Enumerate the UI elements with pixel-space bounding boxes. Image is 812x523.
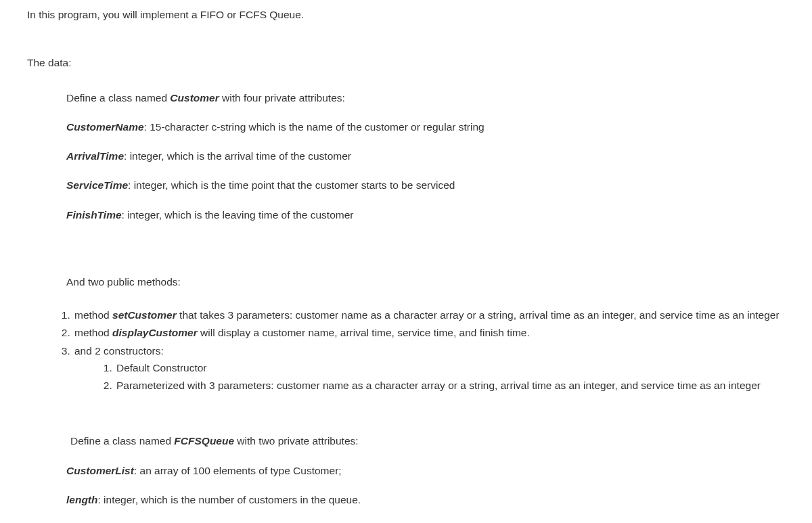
attr-arrival-time: ArrivalTime: integer, which is the arriv… — [66, 148, 798, 164]
two-methods-heading: And two public methods: — [66, 274, 798, 290]
text-fragment: method — [74, 309, 112, 321]
attr-desc: : an array of 100 elements of type Custo… — [134, 465, 342, 476]
attr-name: CustomerList — [66, 465, 134, 476]
attr-desc: : integer, which is the leaving time of … — [122, 209, 354, 221]
attr-finish-time: FinishTime: integer, which is the leavin… — [66, 207, 798, 223]
text-fragment: with four private attributes: — [219, 92, 345, 104]
attr-name: ServiceTime — [66, 179, 128, 191]
fcfs-class-name: FCFSQueue — [174, 435, 234, 447]
text-fragment: with two private attributes: — [234, 435, 359, 447]
define-customer-line: Define a class named Customer with four … — [66, 90, 798, 106]
attr-customer-name: CustomerName: 15-character c-string whic… — [66, 119, 798, 135]
data-heading: The data: — [27, 55, 798, 70]
customer-class-name: Customer — [170, 92, 219, 104]
attr-customer-list: CustomerList: an array of 100 elements o… — [66, 463, 798, 478]
define-fcfs-line: Define a class named FCFSQueue with two … — [70, 433, 798, 449]
list-item: method setCustomer that takes 3 paramete… — [73, 307, 798, 323]
method-name: setCustomer — [112, 309, 177, 321]
attr-name: CustomerName — [66, 121, 144, 133]
attr-desc: : 15-character c-string which is the nam… — [144, 121, 484, 133]
text-fragment: will display a customer name, arrival ti… — [198, 327, 530, 338]
attr-name: FinishTime — [66, 209, 122, 221]
list-item: method displayCustomer will display a cu… — [73, 325, 798, 340]
attr-desc: : integer, which is the arrival time of … — [124, 150, 351, 162]
attr-desc: : integer, which is the time point that … — [128, 179, 455, 191]
intro-paragraph: In this program, you will implement a FI… — [27, 7, 798, 22]
text-fragment: method — [74, 327, 112, 338]
text-fragment: that takes 3 parameters: customer name a… — [177, 309, 780, 321]
text-fragment: and 2 constructors: — [74, 345, 164, 357]
attr-desc: : integer, which is the number of custom… — [98, 494, 361, 505]
text-fragment: Define a class named — [70, 435, 174, 447]
attr-name: ArrivalTime — [66, 150, 124, 162]
attr-service-time: ServiceTime: integer, which is the time … — [66, 177, 798, 193]
attr-length: length: integer, which is the number of … — [66, 492, 798, 507]
text-fragment: Define a class named — [66, 92, 170, 104]
attr-name: length — [66, 494, 98, 505]
list-item: Parameterized with 3 parameters: custome… — [115, 378, 798, 393]
method-name: displayCustomer — [112, 327, 198, 338]
constructors-list: Default Constructor Parameterized with 3… — [102, 360, 798, 394]
list-item: Default Constructor — [115, 360, 798, 376]
list-item: and 2 constructors: Default Constructor … — [73, 343, 798, 394]
methods-list: method setCustomer that takes 3 paramete… — [60, 307, 798, 393]
